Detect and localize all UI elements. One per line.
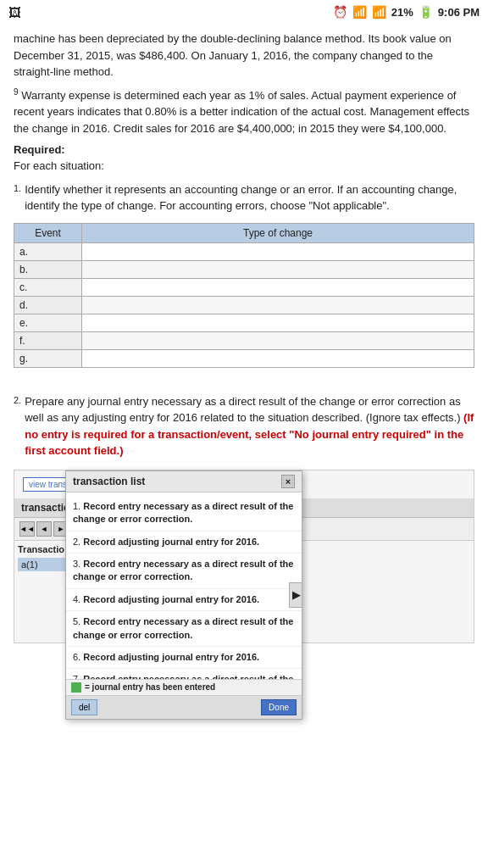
- status-bar: 🖼 ⏰ 📶 📶 21% 🔋 9:06 PM: [0, 0, 488, 24]
- table-row: d.: [14, 296, 474, 314]
- table-row: e.: [14, 314, 474, 331]
- legend-box-icon: [71, 682, 81, 693]
- status-left: 🖼: [8, 5, 21, 19]
- event-b: b.: [14, 260, 82, 278]
- list-item[interactable]: 1. Record entry necessary as a direct re…: [66, 496, 302, 531]
- list-item[interactable]: 3. Record entry necessary as a direct re…: [66, 554, 302, 589]
- journal-header: transaction list transaction list × 1. R…: [14, 498, 474, 518]
- table-row: f.: [14, 331, 474, 349]
- item-1: 1. Identify whether it represents an acc…: [14, 181, 474, 214]
- event-d: d.: [14, 296, 82, 314]
- signal-icon: 📶: [372, 5, 386, 19]
- item-2-text: Prepare any journal entry necessary as a…: [25, 393, 474, 459]
- item-1-text: Identify whether it represents an accoun…: [25, 181, 474, 214]
- type-d[interactable]: [82, 296, 474, 314]
- paragraph-1: machine has been depreciated by the doub…: [14, 31, 474, 81]
- popup-list[interactable]: 1. Record entry necessary as a direct re…: [66, 492, 302, 679]
- list-item[interactable]: 7. Record entry necessary as a direct re…: [66, 669, 302, 678]
- alarm-icon: ⏰: [333, 5, 347, 19]
- table-row: b.: [14, 260, 474, 278]
- wifi-icon: 📶: [352, 5, 367, 19]
- type-c[interactable]: [82, 278, 474, 296]
- popup-scroll-arrow[interactable]: ▶: [289, 582, 302, 608]
- text-block-1: machine has been depreciated by the doub…: [14, 31, 474, 136]
- delete-button[interactable]: del: [71, 699, 97, 715]
- legend-row: = journal entry has been entered: [66, 679, 302, 695]
- popup-bottom-buttons: del Done: [66, 695, 302, 719]
- type-a[interactable]: [82, 242, 474, 260]
- list-item[interactable]: 4. Record adjusting journal entry for 20…: [66, 589, 302, 611]
- battery-percent: 21%: [391, 6, 413, 19]
- paragraph-2: 9 Warranty expense is determined each ye…: [14, 86, 474, 137]
- popup-close-button[interactable]: ×: [281, 475, 295, 488]
- main-content: machine has been depreciated by the doub…: [0, 24, 488, 650]
- type-f[interactable]: [82, 331, 474, 349]
- event-f: f.: [14, 331, 82, 349]
- legend-text: = journal entry has been entered: [85, 682, 215, 692]
- list-item[interactable]: 5. Record entry necessary as a direct re…: [66, 611, 302, 647]
- event-c: c.: [14, 278, 82, 296]
- done-button[interactable]: Done: [261, 699, 297, 715]
- superscript-9: 9: [14, 87, 19, 97]
- table-row: a.: [14, 242, 474, 260]
- event-a: a.: [14, 242, 82, 260]
- event-e: e.: [14, 314, 82, 331]
- col-type-header: Type of change: [82, 223, 474, 242]
- journal-container: view transa transaction list transaction…: [14, 470, 474, 643]
- event-g: g.: [14, 349, 82, 367]
- type-e[interactable]: [82, 314, 474, 331]
- list-item[interactable]: 2. Record adjusting journal entry for 20…: [66, 531, 302, 554]
- status-right: ⏰ 📶 📶 21% 🔋 9:06 PM: [333, 5, 480, 19]
- item-2-number: 2.: [14, 393, 21, 408]
- prev-record-button[interactable]: ◄: [36, 521, 52, 537]
- modal-area: view transa transaction list transaction…: [14, 470, 474, 643]
- col-event-header: Event: [14, 223, 82, 242]
- transaction-list-popup: transaction list × 1. Record entry neces…: [65, 470, 302, 720]
- item-1-number: 1.: [14, 181, 21, 196]
- section-2: 2. Prepare any journal entry necessary a…: [14, 393, 474, 459]
- popup-title: transaction list: [73, 476, 145, 487]
- table-row: c.: [14, 278, 474, 296]
- type-b[interactable]: [82, 260, 474, 278]
- type-g[interactable]: [82, 349, 474, 367]
- image-icon: 🖼: [8, 5, 21, 19]
- required-heading: Required:: [14, 143, 474, 156]
- table-row: g.: [14, 349, 474, 367]
- item-2: 2. Prepare any journal entry necessary a…: [14, 393, 474, 459]
- list-item[interactable]: 6. Record adjusting journal entry for 20…: [66, 647, 302, 669]
- popup-header: transaction list ×: [66, 471, 302, 492]
- time-display: 9:06 PM: [438, 6, 480, 19]
- for-each-text: For each situation:: [14, 158, 474, 175]
- first-record-button[interactable]: ◄◄: [19, 521, 35, 537]
- event-table: Event Type of change a. b. c. d. e.: [14, 223, 474, 368]
- battery-icon: 🔋: [419, 5, 433, 19]
